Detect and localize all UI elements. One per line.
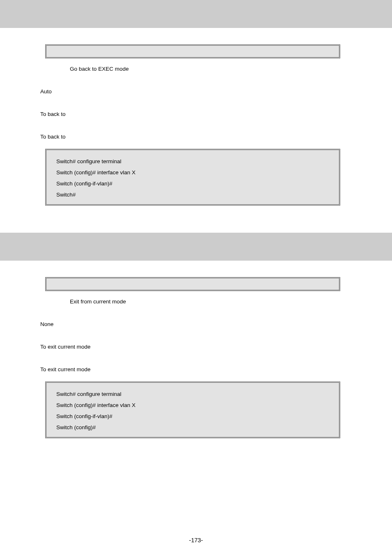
page-number: -173-	[0, 537, 392, 543]
usage-guide-2: To exit current mode	[40, 344, 352, 350]
code-line: Switch (config)# interface vlan X	[56, 167, 329, 178]
code-line: Switch# configure terminal	[56, 388, 329, 400]
code-line: Switch (config)# interface vlan X	[56, 400, 329, 411]
section-2-content: Exit from current mode None To exit curr…	[0, 277, 392, 438]
code-block-1: Switch# configure terminal Switch (confi…	[45, 149, 340, 206]
section-header-1	[0, 0, 392, 28]
syntax-description-2: Exit from current mode	[70, 298, 352, 305]
code-block-2: Switch# configure terminal Switch (confi…	[45, 382, 340, 438]
code-line: Switch (config-if-vlan)#	[56, 178, 329, 189]
code-line: Switch (config-if-vlan)#	[56, 411, 329, 422]
syntax-box-2	[45, 277, 340, 291]
default-value-2: None	[40, 321, 352, 327]
syntax-box-1	[45, 44, 340, 58]
usage-guide-1: To back to	[40, 111, 352, 117]
section-gap	[0, 206, 392, 233]
example-intro-1: To back to	[40, 134, 352, 140]
default-value-1: Auto	[40, 88, 352, 95]
code-line: Switch (config)#	[56, 422, 329, 433]
page: Go back to EXEC mode Auto To back to To …	[0, 0, 392, 555]
code-line: Switch#	[56, 189, 329, 200]
syntax-description-1: Go back to EXEC mode	[70, 66, 352, 72]
example-intro-2: To exit current mode	[40, 366, 352, 372]
code-line: Switch# configure terminal	[56, 156, 329, 167]
section-header-2	[0, 233, 392, 261]
section-1-content: Go back to EXEC mode Auto To back to To …	[0, 44, 392, 206]
